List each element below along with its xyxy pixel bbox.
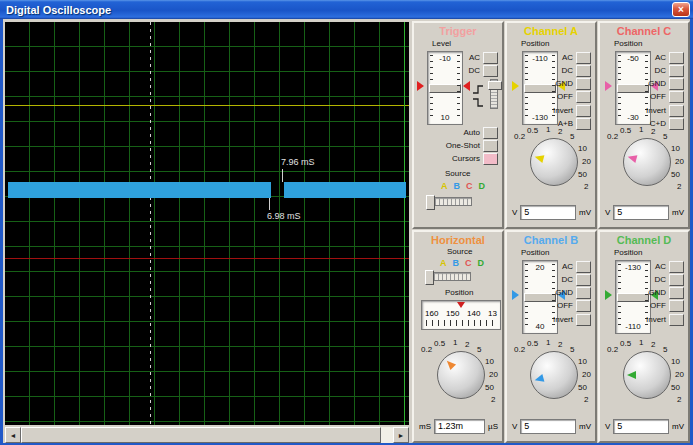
- channel-d-dc-button[interactable]: [669, 274, 684, 286]
- trigger-ac-button[interactable]: [483, 52, 498, 64]
- scroll-left-button[interactable]: ◄: [5, 427, 21, 443]
- channel-a-position-thumb[interactable]: [524, 84, 556, 93]
- knob-scale-label: 0.2: [607, 132, 618, 141]
- scrollbar-thumb[interactable]: [21, 427, 381, 443]
- source-channel-a[interactable]: A: [441, 181, 448, 191]
- knob-scale-label: 0.5: [527, 126, 538, 135]
- horizontal-panel: Horizontal Source A B C D Position 160 1…: [412, 230, 504, 443]
- position-label: Position: [614, 39, 642, 48]
- gauge-tick: 140: [467, 309, 480, 318]
- timebase-knob[interactable]: [437, 351, 485, 399]
- channel-b-invert-button[interactable]: [576, 314, 591, 326]
- trigger-source-thumb[interactable]: [426, 195, 435, 210]
- cursor-line[interactable]: [150, 22, 151, 425]
- channel-a-gain-knob[interactable]: [530, 138, 578, 186]
- trigger-dc-button[interactable]: [483, 65, 498, 77]
- channel-a-off-button[interactable]: [576, 91, 591, 103]
- scroll-right-button[interactable]: ►: [393, 427, 409, 443]
- channel-d-gain-knob[interactable]: [623, 351, 671, 399]
- source-channel-d[interactable]: D: [478, 258, 485, 268]
- channel-c-gain-knob[interactable]: [623, 138, 671, 186]
- invert-label: Invert: [553, 315, 573, 324]
- channel-d-gain-value[interactable]: 5: [613, 419, 669, 434]
- channel-d-invert-button[interactable]: [669, 314, 684, 326]
- trigger-level-thumb[interactable]: [429, 84, 461, 93]
- oscilloscope-screen[interactable]: 7.96 mS 6.98 mS: [5, 22, 409, 425]
- trigger-level-slider[interactable]: -10 0 10: [427, 51, 463, 125]
- falling-edge-icon[interactable]: [472, 93, 484, 102]
- channel-d-gnd-button[interactable]: [669, 287, 684, 299]
- channel-c-gain-value[interactable]: 5: [613, 205, 669, 220]
- source-channel-c[interactable]: C: [465, 258, 472, 268]
- ac-label: AC: [562, 53, 573, 62]
- scroll-left-icon: ◄: [10, 432, 17, 439]
- gnd-label: GND: [555, 288, 573, 297]
- trigger-edge-switch[interactable]: [490, 79, 498, 109]
- horizontal-source-thumb[interactable]: [425, 270, 434, 285]
- horizontal-position-gauge[interactable]: 160 150 140 13: [421, 300, 501, 330]
- channel-d-position-marker-left-icon[interactable]: [605, 290, 612, 300]
- channel-d-ac-button[interactable]: [669, 261, 684, 273]
- titlebar[interactable]: Digital Oscilloscope ×: [0, 0, 693, 19]
- timebase-value[interactable]: 1.23m: [434, 419, 485, 434]
- channel-c-position-thumb[interactable]: [617, 84, 649, 93]
- channel-d-off-button[interactable]: [669, 300, 684, 312]
- trigger-panel-title: Trigger: [414, 23, 502, 37]
- channel-c-invert-button[interactable]: [669, 105, 684, 117]
- gauge-tick: 160: [425, 309, 438, 318]
- trigger-source-slider[interactable]: [426, 197, 472, 206]
- channel-c-dc-button[interactable]: [669, 65, 684, 77]
- channel-a-dc-button[interactable]: [576, 65, 591, 77]
- source-channel-c[interactable]: C: [466, 181, 473, 191]
- knob-scale-label: 2: [677, 395, 681, 404]
- horizontal-scrollbar[interactable]: ◄ ►: [5, 427, 409, 443]
- channel-b-position-marker-left-icon[interactable]: [512, 290, 519, 300]
- channel-b-off-button[interactable]: [576, 300, 591, 312]
- source-channel-b[interactable]: B: [454, 181, 461, 191]
- cursor-tick: [269, 198, 270, 210]
- source-channel-b[interactable]: B: [453, 258, 460, 268]
- channel-b-dc-button[interactable]: [576, 274, 591, 286]
- channel-a-invert-button[interactable]: [576, 105, 591, 117]
- channel-b-gain-knob[interactable]: [530, 351, 578, 399]
- channel-d-position-thumb[interactable]: [617, 293, 649, 302]
- one-shot-button[interactable]: [483, 140, 498, 152]
- window-title: Digital Oscilloscope: [3, 4, 672, 16]
- channel-b-gain-value[interactable]: 5: [520, 419, 576, 434]
- channel-b-panel: Channel B Position 20 30 40 AC DC GND OF…: [505, 230, 597, 443]
- source-channel-a[interactable]: A: [440, 258, 447, 268]
- knob-scale-label: 2: [584, 182, 588, 191]
- channel-b-gain-dial: 0.2 0.5 1 2 5 10 20 50 2: [507, 338, 595, 422]
- ac-label: AC: [562, 262, 573, 271]
- knob-scale-label: 20: [582, 370, 591, 379]
- channel-a-gain-dial: 0.2 0.5 1 2 5 10 20 50 2: [507, 125, 595, 209]
- channel-b-ac-button[interactable]: [576, 261, 591, 273]
- channel-a-baseline: [5, 105, 409, 106]
- horizontal-source-letters: A B C D: [440, 258, 484, 268]
- trigger-level-marker-right-icon[interactable]: [463, 81, 470, 91]
- channel-c-gnd-button[interactable]: [669, 78, 684, 90]
- channel-c-off-button[interactable]: [669, 91, 684, 103]
- channel-a-position-marker-left-icon[interactable]: [512, 81, 519, 91]
- knob-scale-label: 1: [639, 125, 643, 134]
- dc-label: DC: [654, 66, 666, 75]
- channel-c-ac-button[interactable]: [669, 52, 684, 64]
- trigger-level-marker-left-icon[interactable]: [417, 81, 424, 91]
- cursors-button[interactable]: [483, 153, 498, 165]
- source-channel-d[interactable]: D: [479, 181, 486, 191]
- trigger-edge-switch-thumb[interactable]: [488, 81, 502, 90]
- tick-label: -50: [616, 54, 650, 63]
- rising-edge-icon[interactable]: [472, 80, 484, 89]
- channel-c-position-marker-left-icon[interactable]: [605, 81, 612, 91]
- channel-a-gnd-button[interactable]: [576, 78, 591, 90]
- tick-label: -30: [616, 113, 650, 122]
- channel-a-ac-button[interactable]: [576, 52, 591, 64]
- auto-button[interactable]: [483, 127, 498, 139]
- channel-b-position-thumb[interactable]: [524, 293, 556, 302]
- channel-a-gain-value[interactable]: 5: [520, 205, 576, 220]
- horizontal-source-slider[interactable]: [425, 272, 471, 281]
- position-label: Position: [521, 248, 549, 257]
- knob-scale-label: 0.2: [514, 345, 525, 354]
- channel-b-gnd-button[interactable]: [576, 287, 591, 299]
- close-button[interactable]: ×: [672, 2, 690, 17]
